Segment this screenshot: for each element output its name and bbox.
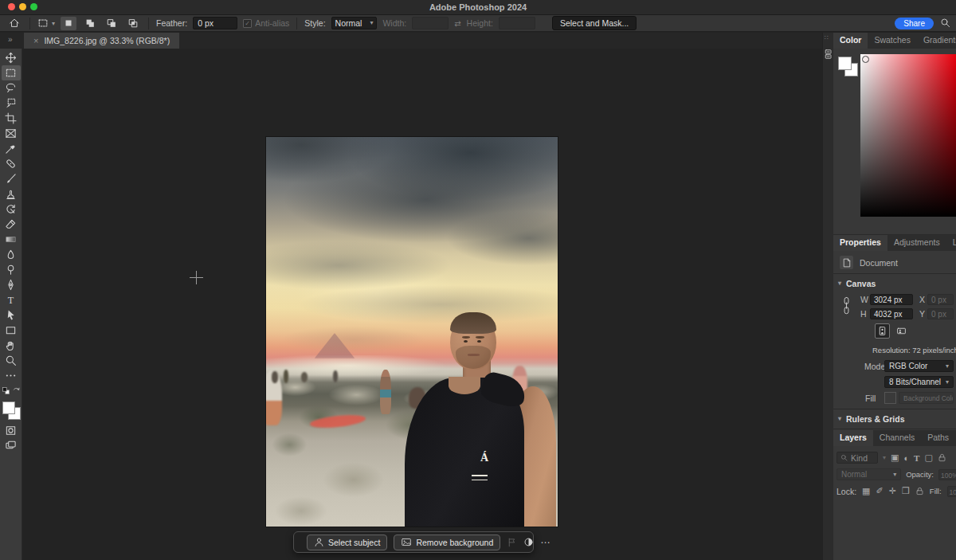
adjustments-button[interactable] [523, 537, 534, 547]
home-icon [9, 18, 20, 29]
panel-dock-icon [824, 49, 833, 60]
home-button[interactable] [6, 17, 22, 30]
foreground-background-swatches[interactable] [2, 401, 21, 421]
canvas-area[interactable]: Á Select subject Remove background ⋯ [22, 49, 822, 560]
dock-drag-handle-icon[interactable]: ∷ [825, 34, 829, 41]
spot-healing-brush-tool[interactable] [2, 156, 21, 171]
quick-mask-button[interactable] [2, 423, 21, 438]
hand-tool[interactable] [2, 338, 21, 353]
selection-mode-intersect-button[interactable] [125, 17, 141, 30]
search-button[interactable] [940, 18, 950, 28]
remove-background-button[interactable]: Remove background [394, 535, 500, 550]
width-input[interactable] [412, 17, 449, 29]
tab-overflow-icon[interactable]: » [8, 35, 13, 44]
transform-selection-button[interactable] [507, 537, 517, 547]
filter-adjustment-layers-icon[interactable]: ◐ [903, 453, 909, 463]
document-image[interactable]: Á [266, 137, 558, 527]
lasso-tool[interactable] [2, 80, 21, 96]
blur-tool[interactable] [2, 247, 21, 262]
eraser-tool[interactable] [2, 217, 21, 232]
select-subject-button[interactable]: Select subject [307, 535, 387, 550]
close-tab-icon[interactable]: × [33, 36, 38, 45]
tab-gradients[interactable]: Gradients [917, 33, 956, 49]
canvas-width-input[interactable]: 3024 px [870, 294, 913, 305]
landscape-orientation-button[interactable] [895, 324, 908, 338]
bit-depth-select[interactable]: 8 Bits/Channel▾ [884, 376, 954, 388]
tab-properties[interactable]: Properties [833, 235, 887, 251]
lock-label: Lock: [836, 487, 856, 496]
screen-mode-button[interactable] [2, 438, 21, 453]
gradient-tool[interactable] [2, 232, 21, 247]
tab-libraries[interactable]: Libraries [946, 235, 956, 251]
tab-channels[interactable]: Channels [873, 430, 921, 446]
swap-colors-icon[interactable] [12, 386, 21, 395]
tab-paths[interactable]: Paths [921, 430, 955, 446]
pen-tool[interactable] [2, 277, 21, 292]
selection-mode-add-button[interactable] [82, 17, 98, 30]
canvas-section-header[interactable]: ▾ Canvas [833, 276, 956, 290]
fill-type-select[interactable]: Background Color▾ [899, 392, 954, 404]
selection-mode-new-button[interactable] [61, 17, 76, 30]
antialias-checkbox[interactable]: ✓ [243, 19, 252, 28]
color-picker-field[interactable] [860, 54, 956, 217]
edit-toolbar-button[interactable] [2, 368, 21, 383]
lock-pixels-icon[interactable]: ✐ [876, 486, 884, 496]
rectangular-marquee-tool[interactable] [2, 65, 21, 80]
canvas-x-input[interactable]: 0 px [927, 294, 954, 305]
frame-tool[interactable] [2, 126, 21, 141]
dodge-tool[interactable] [2, 262, 21, 277]
canvas-height-input[interactable]: 4032 px [870, 308, 913, 319]
filter-shape-layers-icon[interactable]: ▢ [924, 452, 932, 463]
zoom-tool[interactable] [2, 353, 21, 368]
lock-position-icon[interactable]: ✛ [889, 486, 896, 496]
blend-mode-select[interactable]: Normal▾ [836, 468, 901, 480]
filter-type-layers-icon[interactable]: T [914, 453, 919, 463]
lock-artboard-icon[interactable]: ❒ [902, 486, 910, 496]
layer-fill-input[interactable]: 100% [947, 486, 956, 497]
height-input[interactable] [499, 17, 535, 29]
document-tab[interactable]: × IMG_8226.jpg @ 33.3% (RGB/8*) [24, 33, 179, 49]
filter-pixel-layers-icon[interactable]: ▣ [891, 452, 899, 463]
selection-mode-subtract-button[interactable] [104, 17, 120, 30]
opacity-input[interactable]: 100% [938, 469, 956, 480]
filter-smart-objects-icon[interactable] [938, 453, 946, 462]
taskbar-more-button[interactable]: ⋯ [540, 537, 550, 548]
portrait-orientation-button[interactable] [875, 323, 890, 339]
tab-layers[interactable]: Layers [833, 430, 873, 446]
tool-preset[interactable]: ▾ [37, 18, 55, 29]
brush-tool[interactable] [2, 171, 21, 186]
select-and-mask-button[interactable]: Select and Mask... [552, 16, 637, 30]
properties-panel-tabs: Properties Adjustments Libraries [833, 235, 956, 251]
y-label: Y [919, 309, 925, 319]
foreground-color-swatch[interactable] [2, 401, 15, 414]
rulers-grids-section-header[interactable]: ▾ Rulers & Grids [833, 412, 956, 425]
tab-color[interactable]: Color [833, 33, 868, 49]
clone-stamp-tool[interactable] [2, 186, 21, 202]
move-tool[interactable] [2, 50, 21, 65]
history-brush-tool[interactable] [2, 202, 21, 217]
fill-color-swatch[interactable] [884, 392, 896, 404]
lock-transparency-icon[interactable]: ▦ [862, 486, 870, 496]
foreground-color-swatch[interactable] [838, 57, 852, 70]
path-selection-tool[interactable] [2, 307, 21, 323]
rectangle-tool[interactable] [2, 323, 21, 338]
crop-tool[interactable] [2, 111, 21, 126]
default-colors-icon[interactable] [2, 386, 10, 395]
object-selection-tool[interactable] [2, 96, 21, 111]
filter-kind-select[interactable]: Kind [836, 452, 878, 464]
lock-all-icon[interactable] [915, 487, 924, 495]
canvas-y-input[interactable]: 0 px [927, 308, 954, 319]
color-mode-select[interactable]: RGB Color▾ [884, 360, 954, 372]
style-select[interactable]: Normal▾ [331, 17, 378, 29]
share-button[interactable]: Share [895, 18, 934, 29]
expand-panels-button[interactable] [824, 49, 833, 60]
antialias-toggle[interactable]: ✓ Anti-alias [243, 18, 289, 28]
feather-input[interactable]: 0 px [193, 17, 237, 29]
tab-swatches[interactable]: Swatches [868, 33, 917, 49]
tab-adjustments[interactable]: Adjustments [887, 235, 946, 251]
panel-color-swatches[interactable] [838, 57, 859, 77]
eyedropper-tool[interactable] [2, 141, 21, 156]
color-picker-marker[interactable] [862, 56, 869, 63]
swap-dimensions-icon[interactable]: ⇄ [454, 19, 460, 28]
type-tool[interactable]: T [2, 292, 21, 307]
